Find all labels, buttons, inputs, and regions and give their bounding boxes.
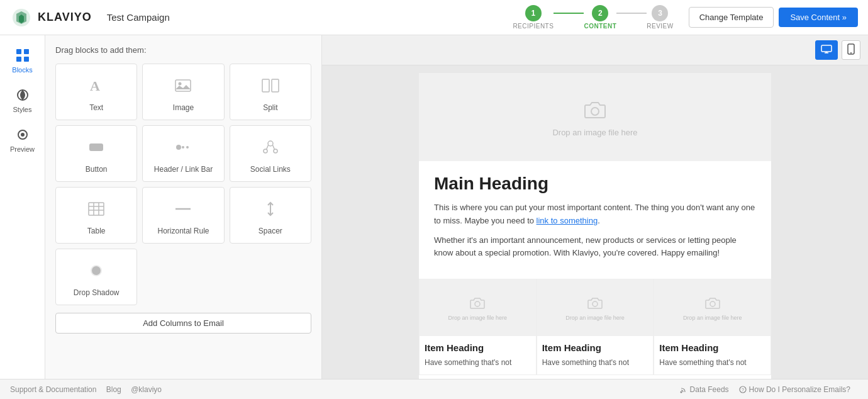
step-content: 2 CONTENT [584,5,616,30]
grid-camera-icon-2 [586,295,604,312]
svg-rect-8 [175,80,191,91]
mobile-icon [847,43,855,55]
drop-shadow-block-icon [86,261,106,283]
block-split-label: Split [263,103,277,112]
svg-point-34 [850,52,852,53]
svg-line-19 [266,145,268,150]
mobile-view-button[interactable] [842,40,860,60]
svg-rect-2 [16,57,21,62]
campaign-title: Test Campaign [107,12,170,23]
logo-area: KLAVIYO [10,6,92,29]
email-grid-img-2: Drop an image file here [537,279,654,336]
email-grid-item-3: Drop an image file here Item Heading Hav… [654,279,771,375]
block-text[interactable]: A Text [55,64,137,120]
sidebar-item-blocks[interactable]: Blocks [0,40,45,80]
svg-point-6 [21,133,25,137]
step-recipients: 1 RECIPIENTS [513,5,554,30]
email-item-text-3: Have something that's not [659,357,765,368]
svg-point-17 [264,149,267,153]
svg-point-35 [591,108,599,115]
block-horizontal-rule[interactable]: Horizontal Rule [142,187,224,244]
logo-text: KLAVIYO [38,11,92,24]
svg-point-9 [179,82,182,86]
email-grid: Drop an image file here Item Heading Hav… [419,279,771,375]
block-header-label: Header / Link Bar [154,165,213,174]
svg-point-37 [593,301,598,306]
spacer-block-icon [260,199,281,222]
svg-line-20 [272,145,274,150]
block-split[interactable]: Split [230,64,311,120]
steps: 1 RECIPIENTS 2 CONTENT 3 REVIEW [513,5,673,30]
blocks-label: Blocks [12,66,32,74]
block-header-link-bar[interactable]: Header / Link Bar [142,125,224,182]
block-drop-shadow[interactable]: Drop Shadow [55,249,137,305]
save-content-button[interactable]: Save Content » [779,8,858,27]
sidebar-item-styles[interactable]: Styles [0,80,45,120]
block-button-label: Button [86,165,108,174]
hr-block-icon [173,199,193,222]
svg-point-15 [186,146,189,149]
step-1-circle: 1 [525,5,542,21]
svg-rect-3 [24,57,29,62]
email-main-heading: Main Heading [434,174,756,194]
step-line-1 [554,13,584,14]
email-grid-body-2: Item Heading Have something that's not [537,336,654,374]
svg-point-18 [274,149,277,153]
email-body-text-2: Whether it's an important announcement, … [434,234,756,261]
klaviyo-logo-icon [10,6,33,29]
top-image-placeholder-text: Drop an image file here [552,128,637,137]
svg-rect-0 [16,49,21,54]
styles-icon [14,86,31,104]
email-item-text-1: Have something that's not [425,357,531,368]
email-grid-body-3: Item Heading Have something that's not [654,336,771,374]
blocks-icon [14,47,31,64]
personalize-link[interactable]: How Do I Personalize Emails? [749,385,850,394]
block-table[interactable]: Table [55,187,137,244]
svg-rect-12 [89,143,103,151]
header: KLAVIYO Test Campaign 1 RECIPIENTS 2 CON… [0,0,868,35]
step-2-circle: 2 [592,5,608,21]
grid-img-placeholder-1: Drop an image file here [448,315,508,321]
support-link[interactable]: Support & Documentation [10,385,96,394]
block-image[interactable]: Image [142,64,224,120]
block-image-label: Image [173,103,194,112]
button-block-icon [86,137,106,160]
blocks-panel-title: Drag blocks to add them: [55,45,311,55]
block-spacer[interactable]: Spacer [230,187,311,244]
block-social-links[interactable]: Social Links [230,125,311,182]
block-button[interactable]: Button [55,125,137,182]
grid-camera-icon-3 [704,295,721,312]
canvas-scroll[interactable]: Drop an image file here Main Heading Thi… [322,65,868,379]
styles-label: Styles [13,106,32,113]
svg-text:?: ? [742,388,744,392]
twitter-link[interactable]: @klaviyo [131,385,162,394]
data-feeds-link[interactable]: Data Feeds [690,385,729,394]
email-grid-body-1: Item Heading Have something that's not [420,336,536,374]
sidebar-item-preview[interactable]: Preview [0,120,45,159]
svg-rect-1 [24,49,29,54]
text-block-icon: A [86,76,106,98]
svg-point-16 [268,141,273,146]
email-body-link[interactable]: link to something [537,216,598,225]
change-template-button[interactable]: Change Template [689,7,774,28]
email-grid-item-1: Drop an image file here Item Heading Hav… [419,279,537,375]
email-body: Main Heading This is where you can put y… [419,161,771,279]
blog-link[interactable]: Blog [106,385,121,394]
table-block-icon [86,199,106,222]
block-text-label: Text [89,103,103,112]
svg-rect-11 [272,79,279,92]
step-2-label: CONTENT [584,23,616,30]
desktop-view-button[interactable] [815,40,838,60]
grid-camera-icon-1 [469,295,486,312]
desktop-icon [821,45,832,53]
footer-right: Data Feeds ? How Do I Personalize Emails… [680,385,858,394]
sidebar-icons: Blocks Styles Preview [0,35,45,379]
blocks-panel: Drag blocks to add them: A Text Ima [45,35,322,379]
email-item-heading-3: Item Heading [659,342,765,353]
email-item-heading-2: Item Heading [542,342,648,353]
add-columns-button[interactable]: Add Columns to Email [55,313,311,334]
svg-text:A: A [90,78,100,94]
email-grid-img-1: Drop an image file here [420,279,536,336]
svg-point-14 [182,146,184,149]
svg-rect-30 [821,45,832,52]
